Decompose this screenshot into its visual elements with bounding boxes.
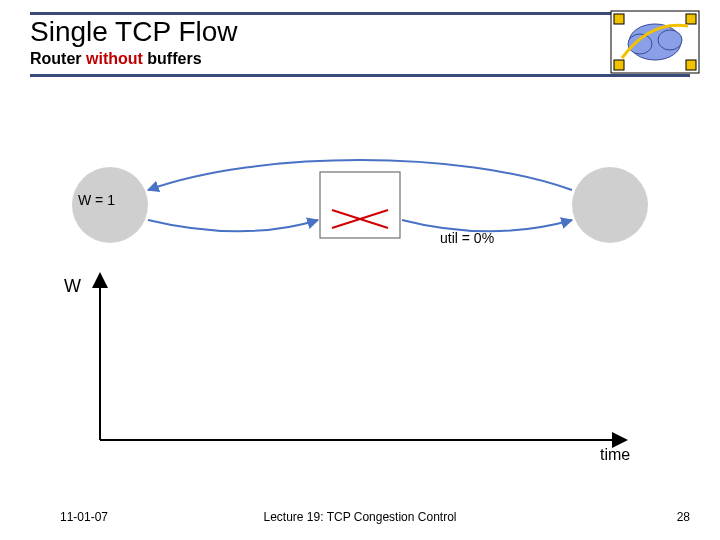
footer-lecture: Lecture 19: TCP Congestion Control [0, 510, 720, 524]
svg-rect-1 [614, 14, 624, 24]
w-label: W = 1 [78, 192, 115, 208]
data-arrow-1-icon [148, 220, 318, 231]
title-rule-bottom [30, 74, 690, 77]
footer: 11-01-07 Lecture 19: TCP Congestion Cont… [0, 510, 720, 530]
plot: W time [60, 270, 660, 470]
x-axis-label: time [600, 446, 630, 464]
network-logo-icon [610, 10, 700, 74]
logo [610, 10, 700, 74]
network-diagram-svg [60, 150, 660, 270]
plot-axes-icon [60, 270, 660, 470]
svg-rect-4 [686, 60, 696, 70]
svg-point-6 [628, 34, 652, 54]
host-right-icon [572, 167, 648, 243]
subtitle-prefix: Router [30, 50, 86, 67]
footer-page: 28 [677, 510, 690, 524]
title-area: Single TCP Flow Router without buffers [30, 12, 690, 77]
subtitle-suffix: buffers [143, 50, 202, 67]
svg-rect-3 [614, 60, 624, 70]
slide-subtitle: Router without buffers [30, 50, 690, 68]
network-diagram: W = 1 util = 0% [60, 150, 660, 260]
slide: Single TCP Flow Router without buffers [0, 0, 720, 540]
title-rule-top [30, 12, 690, 15]
subtitle-highlight: without [86, 50, 143, 67]
svg-point-7 [658, 30, 682, 50]
y-axis-label: W [64, 276, 81, 297]
svg-rect-2 [686, 14, 696, 24]
slide-title: Single TCP Flow [30, 17, 690, 48]
util-label: util = 0% [440, 230, 494, 246]
router-box-icon [320, 172, 400, 238]
